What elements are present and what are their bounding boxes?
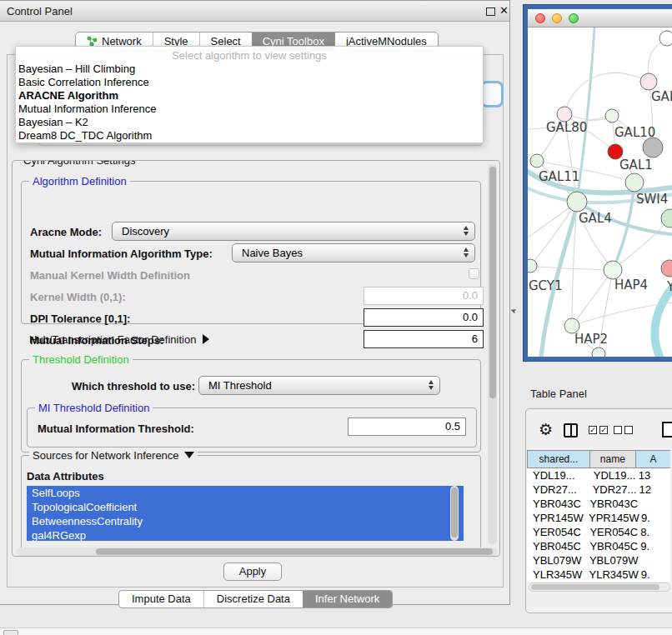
algorithm-option[interactable]: Basic Correlation Inference (16, 76, 483, 89)
table-row[interactable]: YDR27...YDR27...12 (527, 482, 670, 497)
tab-discretize-data[interactable]: Discretize Data (203, 591, 303, 608)
network-node[interactable] (661, 209, 672, 228)
network-node[interactable] (659, 31, 672, 46)
mi-threshold-definition-group: MI Threshold Definition Mutual Informati… (27, 408, 477, 448)
sources-group: Sources for Network Inference Data Attri… (21, 455, 481, 557)
node-label: GAL11 (539, 169, 579, 184)
mi-threshold-label: Mutual Information Threshold: (38, 422, 194, 435)
apply-button[interactable]: Apply (223, 562, 282, 581)
node-label: HAP2 (574, 332, 608, 347)
node-label: GAL (651, 89, 672, 104)
tab-impute-data[interactable]: Impute Data (119, 591, 203, 608)
algorithm-definition-group: Algorithm Definition Aracne Mode: Discov… (21, 181, 481, 324)
column-header-name[interactable]: name (590, 450, 636, 468)
close-traffic-icon[interactable] (535, 13, 545, 23)
table-row[interactable]: YBL079WYBL079W (527, 553, 670, 568)
attributes-list-scrollbar[interactable] (450, 486, 459, 541)
node-label: GAL1 (619, 158, 653, 172)
manual-kernel-width-checkbox[interactable] (469, 268, 479, 279)
network-node-gal11[interactable] (530, 154, 544, 168)
kernel-width-field[interactable]: 0.0 (364, 287, 484, 305)
node-label: HAP4 (614, 278, 648, 292)
aracne-mode-label: Aracne Mode: (30, 226, 102, 238)
node-label: GCY1 (529, 278, 563, 293)
which-threshold-label: Which threshold to use: (72, 380, 195, 392)
manual-kernel-width-label: Manual Kernel Width Definition (30, 269, 190, 282)
threshold-definition-title: Threshold Definition (29, 353, 133, 366)
algorithm-option[interactable]: Mutual Information Inference (16, 102, 483, 116)
float-window-icon[interactable] (486, 8, 495, 16)
settings-group-title: Cyni Algorithm Settings (20, 160, 138, 167)
chevron-down-icon (184, 452, 194, 458)
network-view-window: GAL GAL80 GAL10 GAL1 GAL11 SWI4 GAL4 GCY… (524, 5, 672, 361)
network-node-hap4[interactable] (604, 261, 622, 279)
tab-infer-network[interactable]: Infer Network (303, 591, 392, 608)
network-node-gal10[interactable] (605, 109, 619, 122)
network-node-gal4[interactable] (567, 192, 587, 212)
network-node[interactable] (640, 73, 657, 90)
hide-all-columns-icon[interactable] (614, 426, 633, 434)
algorithm-dropdown-popup: Select algorithm to view settings Bayesi… (15, 46, 484, 143)
show-all-columns-icon[interactable]: ✓✓ (589, 426, 608, 434)
list-item[interactable]: BetweennessCentrality (27, 514, 464, 528)
collapsed-panel-icon[interactable] (3, 630, 18, 635)
which-threshold-combobox[interactable]: MI Threshold (198, 376, 440, 395)
network-node-gray[interactable] (643, 138, 663, 158)
hub-tf-definition-toggle[interactable]: Hub/Transcription Factor Definition (29, 332, 209, 347)
algorithm-option[interactable]: Bayesian – K2 (16, 116, 483, 129)
list-item[interactable]: TopologicalCoefficient (27, 500, 464, 514)
chevron-right-icon (203, 334, 209, 344)
cyni-bottom-tabbar: Impute Data Discretize Data Infer Networ… (118, 590, 393, 608)
algorithm-option[interactable]: Dream8 DC_TDC Algorithm (16, 129, 483, 142)
network-node-swi4[interactable] (625, 173, 644, 192)
settings-vertical-scrollbar[interactable] (488, 164, 497, 544)
cyni-algorithm-settings-group: Cyni Algorithm Settings Algorithm Defini… (12, 160, 500, 557)
kernel-width-label: Kernel Width (0,1): (30, 291, 126, 303)
table-row[interactable]: YBR045CYBR045C9. (527, 539, 670, 553)
algorithm-option-highlighted[interactable]: ARACNE Algorithm (16, 89, 483, 102)
gear-icon[interactable]: ⚙ (539, 422, 553, 438)
table-row[interactable]: YBR043CYBR043C (527, 497, 670, 511)
column-header-partial[interactable]: A (636, 450, 670, 468)
spinner-arrows-icon (429, 380, 434, 390)
algorithm-option[interactable]: Bayesian – Hill Climbing (16, 62, 483, 76)
zoom-traffic-icon[interactable] (569, 13, 579, 23)
spinner-arrows-icon (464, 248, 469, 258)
settings-horizontal-scrollbar[interactable] (16, 548, 498, 556)
column-header-shared-name[interactable]: shared... (527, 450, 590, 468)
table-row[interactable]: YDL19...YDL19...13 (527, 468, 670, 482)
network-node-salmon[interactable] (661, 260, 672, 277)
list-item[interactable]: SelfLoops (27, 486, 464, 500)
split-view-icon[interactable] (564, 423, 578, 438)
node-label: GAL80 (546, 120, 587, 135)
table-panel-title: Table Panel (530, 388, 587, 400)
sources-group-title[interactable]: Sources for Network Inference (29, 449, 198, 462)
table-row[interactable]: YER054CYER054C8. (527, 525, 670, 539)
dpi-tolerance-field[interactable]: 0.0 (364, 308, 484, 327)
mi-algorithm-type-combobox[interactable]: Naive Bayes (232, 243, 475, 262)
table-body: YDL19...YDL19...13 YDR27...YDR27...12 YB… (527, 468, 670, 582)
close-icon[interactable]: ✕ (499, 4, 509, 17)
table-horizontal-scrollbar[interactable] (529, 582, 670, 592)
mi-threshold-definition-title: MI Threshold Definition (35, 402, 153, 414)
data-attributes-list: SelfLoops TopologicalCoefficient Between… (27, 486, 464, 541)
list-item[interactable]: gal4RGexp (27, 528, 464, 541)
table-header-row: shared... name A (527, 450, 670, 468)
aracne-mode-combobox[interactable]: Discovery (112, 222, 475, 241)
control-panel-titlebar (0, 1, 509, 22)
minimize-traffic-icon[interactable] (552, 13, 562, 23)
network-node[interactable] (592, 348, 605, 357)
algorithm-placeholder: Select algorithm to view settings (16, 48, 483, 62)
threshold-definition-group: Threshold Definition Which threshold to … (21, 359, 481, 452)
document-icon[interactable] (662, 422, 672, 438)
table-row[interactable]: YPR145WYPR145W9. (527, 511, 670, 525)
node-label: GAL10 (614, 125, 655, 140)
node-label: SWI4 (636, 192, 668, 207)
network-node-gcy1[interactable] (528, 259, 537, 272)
screen: Control Panel ✕ Network Style Select Cyn… (0, 0, 672, 635)
network-canvas[interactable]: GAL GAL80 GAL10 GAL1 GAL11 SWI4 GAL4 GCY… (528, 28, 672, 357)
mi-threshold-field[interactable]: 0.5 (348, 418, 466, 436)
table-row[interactable]: YLR345WYLR345W9. (527, 568, 670, 582)
algorithm-combobox-focus-fragment[interactable] (480, 81, 504, 108)
mi-steps-field[interactable]: 6 (364, 330, 484, 348)
